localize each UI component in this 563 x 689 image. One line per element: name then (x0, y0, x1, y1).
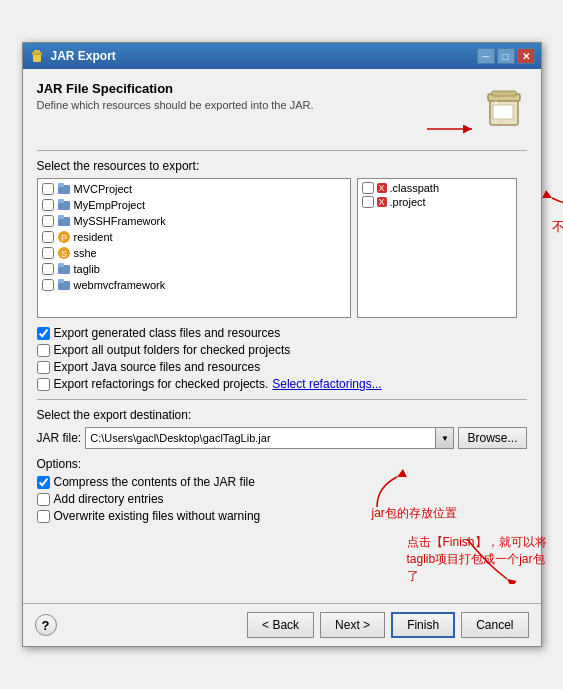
options-title: Options: (37, 457, 359, 471)
resources-panels: MVCProject MyEmpProject MySSHFramework (37, 178, 527, 318)
svg-rect-15 (58, 215, 64, 219)
tree-item-0: MVCProject (40, 181, 348, 197)
tree-checkbox-3[interactable] (42, 231, 54, 243)
right-checkbox-0[interactable] (362, 182, 374, 194)
jar-path-input[interactable] (85, 427, 436, 449)
svg-rect-0 (33, 54, 41, 62)
action-buttons: < Back Next > Finish Cancel (247, 612, 528, 638)
project-icon-1 (57, 198, 71, 212)
finish-annotation-text: 点击【Finish】，就可以将taglib项目打包成一个jar包了 (407, 534, 564, 584)
export-option-1: Export all output folders for checked pr… (37, 343, 527, 357)
jar-export-window: JAR Export ─ □ ✕ JAR File Specification … (22, 42, 542, 647)
right-item-0: X .classpath (360, 181, 514, 195)
export-label-3: Export refactorings for checked projects… (54, 377, 269, 391)
tree-item-6: webmvcframework (40, 277, 348, 293)
title-bar: JAR Export ─ □ ✕ (23, 43, 541, 69)
svg-text:P: P (61, 233, 67, 243)
options-row: Options: Compress the contents of the JA… (37, 457, 527, 534)
header-separator (37, 150, 527, 151)
jar-file-label: JAR file: (37, 431, 82, 445)
tree-checkbox-5[interactable] (42, 263, 54, 275)
export-label-0: Export generated class files and resourc… (54, 326, 281, 340)
svg-rect-23 (58, 279, 64, 283)
tree-item-5: taglib (40, 261, 348, 277)
section-description: Define which resources should be exporte… (37, 99, 314, 111)
destination-section: Select the export destination: JAR file:… (37, 408, 527, 449)
right-checkbox-1[interactable] (362, 196, 374, 208)
export-checkbox-3[interactable] (37, 378, 50, 391)
select-refactorings-link[interactable]: Select refactorings... (272, 377, 381, 391)
close-button[interactable]: ✕ (517, 48, 535, 64)
title-bar-left: JAR Export (29, 48, 116, 64)
project-icon-6 (57, 278, 71, 292)
export-checkbox-2[interactable] (37, 361, 50, 374)
export-option-2: Export Java source files and resources (37, 360, 527, 374)
export-options: Export generated class files and resourc… (37, 326, 527, 391)
window-title: JAR Export (51, 49, 116, 63)
svg-rect-2 (34, 50, 40, 53)
option-label-2: Overwrite existing files without warning (54, 509, 261, 523)
tree-label-1: MyEmpProject (74, 199, 146, 211)
jar-arrow-svg (422, 119, 482, 139)
option-checkbox-0[interactable] (37, 476, 50, 489)
help-button[interactable]: ? (35, 614, 57, 636)
right-item-1: X .project (360, 195, 514, 209)
tree-label-0: MVCProject (74, 183, 133, 195)
svg-rect-5 (492, 91, 516, 96)
project-badge: X (377, 197, 387, 207)
dest-label: Select the export destination: (37, 408, 527, 422)
main-content: JAR File Specification Define which reso… (23, 69, 541, 603)
tree-label-5: taglib (74, 263, 100, 275)
project-icon-5 (57, 262, 71, 276)
cancel-button[interactable]: Cancel (461, 612, 528, 638)
tree-item-3: P resident (40, 229, 348, 245)
option-2: Overwrite existing files without warning (37, 509, 359, 523)
export-label-2: Export Java source files and resources (54, 360, 261, 374)
options-section: Options: Compress the contents of the JA… (37, 457, 359, 526)
right-panel[interactable]: X .classpath X .project (357, 178, 517, 318)
right-label-1: .project (390, 196, 426, 208)
resources-label: Select the resources to export: (37, 159, 527, 173)
classpath-badge: X (377, 183, 387, 193)
option-label-0: Compress the contents of the JAR file (54, 475, 255, 489)
export-checkbox-0[interactable] (37, 327, 50, 340)
jar-illustration (482, 81, 527, 142)
project-icon-4: S (57, 246, 71, 260)
project-icon-2 (57, 214, 71, 228)
tree-checkbox-1[interactable] (42, 199, 54, 211)
project-icon-0 (57, 182, 71, 196)
option-0: Compress the contents of the JAR file (37, 475, 359, 489)
next-button[interactable]: Next > (320, 612, 385, 638)
export-checkbox-1[interactable] (37, 344, 50, 357)
tree-item-2: MySSHFramework (40, 213, 348, 229)
left-tree-panel[interactable]: MVCProject MyEmpProject MySSHFramework (37, 178, 351, 318)
section-title: JAR File Specification (37, 81, 314, 96)
browse-button[interactable]: Browse... (458, 427, 526, 449)
jar-location-annotation: jar包的存放位置 (367, 457, 527, 522)
svg-rect-21 (58, 263, 64, 267)
jar-title-icon (29, 48, 45, 64)
dest-separator (37, 399, 527, 400)
export-option-0: Export generated class files and resourc… (37, 326, 527, 340)
tree-checkbox-2[interactable] (42, 215, 54, 227)
back-button[interactable]: < Back (247, 612, 314, 638)
option-checkbox-2[interactable] (37, 510, 50, 523)
dest-row: JAR file: ▼ Browse... (37, 427, 527, 449)
maximize-button[interactable]: □ (497, 48, 515, 64)
dest-dropdown-arrow[interactable]: ▼ (436, 427, 454, 449)
tree-checkbox-4[interactable] (42, 247, 54, 259)
finish-button[interactable]: Finish (391, 612, 455, 638)
tree-checkbox-0[interactable] (42, 183, 54, 195)
minimize-button[interactable]: ─ (477, 48, 495, 64)
option-checkbox-1[interactable] (37, 493, 50, 506)
tree-label-6: webmvcframework (74, 279, 166, 291)
option-1: Add directory entries (37, 492, 359, 506)
export-label-1: Export all output folders for checked pr… (54, 343, 291, 357)
tree-checkbox-6[interactable] (42, 279, 54, 291)
finish-annotation-block: 点击【Finish】，就可以将taglib项目打包成一个jar包了 (407, 534, 527, 587)
project-icon-3: P (57, 230, 71, 244)
right-label-0: .classpath (390, 182, 440, 194)
export-option-3: Export refactorings for checked projects… (37, 377, 527, 391)
right-panel-wrapper: X .classpath X .project (357, 178, 527, 318)
tree-item-4: S sshe (40, 245, 348, 261)
